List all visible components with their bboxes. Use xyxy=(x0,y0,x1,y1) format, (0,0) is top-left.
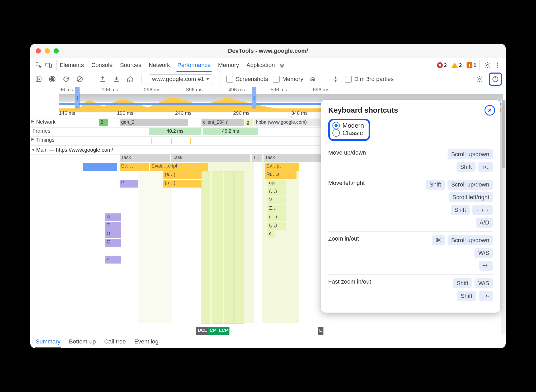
flame-bar[interactable]: Ev…t xyxy=(120,163,149,171)
close-button[interactable] xyxy=(485,105,495,116)
reload-record-icon[interactable] xyxy=(62,75,70,84)
flame-column[interactable] xyxy=(212,171,223,324)
flame-column[interactable] xyxy=(201,171,210,324)
flame-bar[interactable]: Task xyxy=(171,154,250,162)
shortcut-label: Fast zoom in/out xyxy=(328,278,371,285)
flame-bar[interactable] xyxy=(83,163,117,171)
flame-bar[interactable]: ia xyxy=(105,213,121,221)
flame-bar[interactable]: oja xyxy=(267,180,286,188)
scrollbar-thumb[interactable] xyxy=(502,100,505,168)
perf-settings-icon[interactable] xyxy=(475,75,484,84)
tab-console[interactable]: Console xyxy=(91,58,113,72)
overview-ticks: 96 ms196 ms296 ms396 ms496 ms596 ms696 m… xyxy=(59,87,503,93)
flame-bar[interactable]: Evalu…cript xyxy=(150,163,208,171)
network-request[interactable]: 2 xyxy=(99,119,108,126)
key: ⌘ xyxy=(432,235,445,245)
details-tab-bottom-up[interactable]: Bottom-up xyxy=(69,335,96,348)
home-icon[interactable] xyxy=(126,75,135,84)
details-tab-summary[interactable]: Summary xyxy=(36,335,60,348)
shortcut-label: Move up/down xyxy=(328,149,366,156)
key: Scroll up/down xyxy=(448,149,493,159)
svg-point-11 xyxy=(479,78,481,80)
network-track-label[interactable]: Network xyxy=(30,118,59,126)
details-tabs: SummaryBottom-upCall treeEvent log xyxy=(30,335,506,348)
vertical-scrollbar[interactable] xyxy=(501,100,506,334)
record-icon[interactable] xyxy=(48,75,57,84)
overview-handle-right[interactable]: ‖ xyxy=(252,87,256,108)
shortcuts-help-button[interactable] xyxy=(489,73,502,86)
dim-third-parties-toggle[interactable]: Dim 3rd parties xyxy=(345,76,394,83)
flame-bar[interactable]: Ru…s xyxy=(265,171,297,179)
key: A/D xyxy=(476,218,493,228)
timing-marker-lcp[interactable]: LCP xyxy=(217,327,229,335)
timing-marker-l[interactable]: L xyxy=(318,327,323,335)
devtools-tabstrip: ElementsConsoleSourcesNetworkPerformance… xyxy=(30,58,506,72)
timing-marker-dcl[interactable]: DCL xyxy=(196,327,209,335)
errors-badge[interactable]: 2 xyxy=(437,62,447,68)
key: Shift xyxy=(426,180,445,190)
recording-select[interactable]: www.google.com #1 xyxy=(149,74,212,84)
tab-performance[interactable]: Performance xyxy=(177,58,211,72)
warnings-badge[interactable]: 2 xyxy=(452,62,462,68)
flame-bar[interactable]: (…) xyxy=(267,213,286,221)
flame-bar[interactable]: V… xyxy=(267,197,286,204)
flame-bar[interactable]: c xyxy=(267,230,275,238)
separator xyxy=(219,74,219,84)
flame-bar[interactable]: Ev…pt xyxy=(265,163,299,171)
network-request[interactable]: gen_2 xyxy=(120,119,188,126)
key: W/S xyxy=(474,248,493,258)
kebab-menu-icon[interactable] xyxy=(493,61,502,70)
separator xyxy=(324,74,324,84)
network-request[interactable]: client_204 ( xyxy=(201,119,244,126)
clear-icon[interactable] xyxy=(75,75,84,84)
flame-bar[interactable]: Task xyxy=(120,154,170,162)
memory-toggle[interactable]: Memory xyxy=(273,76,303,83)
flame-bar[interactable]: Task xyxy=(264,154,322,162)
details-tab-call-tree[interactable]: Call tree xyxy=(104,335,126,348)
main-thread-label: Main — https://www.google.com/ xyxy=(36,147,113,153)
flame-bar[interactable]: T xyxy=(105,222,121,230)
flame-bar[interactable]: Z… xyxy=(267,205,286,213)
timing-marker-cp[interactable]: CP xyxy=(208,327,218,335)
timings-track-label[interactable]: Timings xyxy=(30,136,59,144)
svg-point-8 xyxy=(50,77,54,81)
tab-network[interactable]: Network xyxy=(149,58,170,72)
more-panels-icon[interactable] xyxy=(278,61,286,70)
device-toolbar-icon[interactable] xyxy=(44,61,53,70)
flame-bar[interactable]: z xyxy=(105,256,121,264)
settings-icon[interactable] xyxy=(483,61,492,70)
shortcut-style-modern[interactable]: Modern xyxy=(332,122,364,129)
inspect-element-icon[interactable] xyxy=(34,61,43,70)
flame-bar[interactable]: D xyxy=(105,230,121,238)
collapse-icon[interactable] xyxy=(331,75,340,84)
window-title: DevTools - www.google.com/ xyxy=(30,47,506,54)
flame-bar[interactable]: C xyxy=(105,239,121,247)
upload-icon[interactable] xyxy=(98,75,107,84)
frames-track-label[interactable]: Frames xyxy=(30,127,59,135)
tab-memory[interactable]: Memory xyxy=(218,58,239,72)
frame-block[interactable]: 40.2 ms xyxy=(149,128,201,135)
flame-column[interactable] xyxy=(234,171,244,324)
tab-sources[interactable]: Sources xyxy=(120,58,141,72)
issues-badge[interactable]: 1 xyxy=(467,62,476,68)
flame-bar[interactable]: P… xyxy=(120,180,138,188)
flame-bar[interactable]: T… xyxy=(252,154,262,162)
frame-block[interactable]: 49.2 ms xyxy=(203,128,258,135)
flame-bar[interactable]: (…) xyxy=(267,222,286,230)
download-icon[interactable] xyxy=(112,75,121,84)
shortcut-row: Zoom in/out⌘Scroll up/downW/S+/- xyxy=(328,231,493,274)
details-tab-event-log[interactable]: Event log xyxy=(134,335,159,348)
flame-column[interactable] xyxy=(224,171,234,324)
network-request[interactable]: g xyxy=(245,119,253,126)
key: Shift xyxy=(457,162,476,172)
gc-icon[interactable] xyxy=(308,75,317,84)
overview-handle-left[interactable]: ‖ xyxy=(75,87,79,108)
toggle-panel-icon[interactable] xyxy=(34,75,43,84)
tab-application[interactable]: Application xyxy=(246,58,275,72)
flame-bar[interactable]: (…) xyxy=(267,188,286,196)
panel-tabs: ElementsConsoleSourcesNetworkPerformance… xyxy=(60,58,275,72)
help-icon xyxy=(491,75,500,84)
tab-elements[interactable]: Elements xyxy=(60,58,84,72)
shortcut-style-classic[interactable]: Classic xyxy=(332,129,364,137)
screenshots-toggle[interactable]: Screenshots xyxy=(226,76,268,83)
